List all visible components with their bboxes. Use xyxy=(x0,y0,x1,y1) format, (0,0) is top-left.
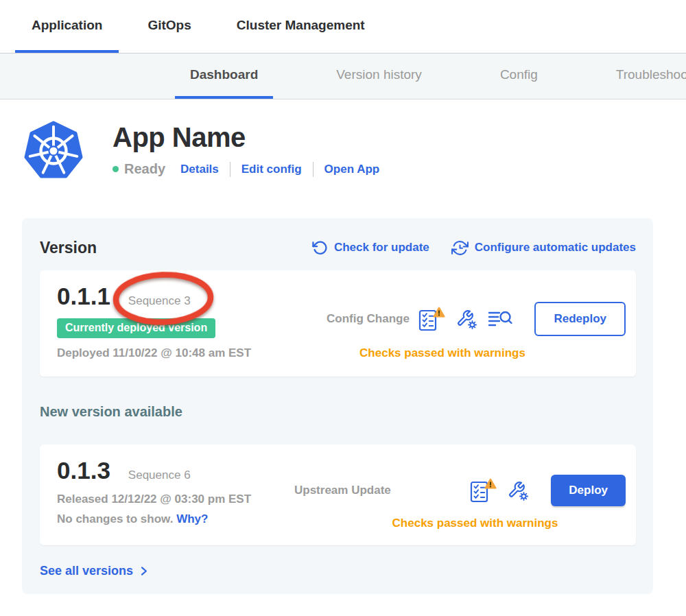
tab-troubleshoot[interactable]: Troubleshoot xyxy=(601,54,686,99)
version-check-icons xyxy=(469,478,530,504)
status-dot-icon xyxy=(113,166,119,172)
configure-automatic-updates-label: Configure automatic updates xyxy=(475,241,636,254)
tab-troubleshoot-label: Troubleshoot xyxy=(616,67,686,82)
version-source-label: Upstream Update xyxy=(294,484,391,497)
primary-nav: Application GitOps Cluster Management xyxy=(0,0,686,53)
deployed-timestamp: Deployed 11/10/22 @ 10:48 am EST xyxy=(57,346,287,360)
tab-cluster-management-label: Cluster Management xyxy=(237,18,365,33)
configure-automatic-updates-link[interactable]: Configure automatic updates xyxy=(451,239,636,257)
current-version-actions: Config Change xyxy=(287,302,626,364)
version-source-label: Config Change xyxy=(327,312,410,326)
status-row: Ready Details Edit config Open App xyxy=(113,161,379,177)
tab-gitops-label: GitOps xyxy=(147,18,191,33)
page-title: App Name xyxy=(113,122,379,153)
version-heading: Version xyxy=(40,239,97,257)
version-check-icons xyxy=(418,307,514,332)
deploy-button[interactable]: Deploy xyxy=(551,475,626,506)
available-version-actions: Upstream Update xyxy=(276,475,626,533)
status-badge: Ready xyxy=(124,161,165,177)
current-version-number: 0.1.1 xyxy=(57,283,110,310)
auto-update-clock-icon xyxy=(451,239,469,257)
why-link[interactable]: Why? xyxy=(176,512,208,525)
tab-dashboard[interactable]: Dashboard xyxy=(175,54,273,99)
secondary-nav: Dashboard Version history Config Trouble… xyxy=(0,53,686,99)
new-version-available-heading: New version available xyxy=(40,404,636,420)
currently-deployed-badge: Currently deployed version xyxy=(57,318,215,338)
see-all-versions-link[interactable]: See all versions xyxy=(40,564,150,578)
no-changes-note: No changes to show. Why? xyxy=(57,512,276,526)
checklist-warning-icon[interactable] xyxy=(418,307,446,332)
divider xyxy=(230,162,230,177)
version-panel: Version Check for update xyxy=(22,218,653,594)
available-version-info: 0.1.3 Sequence 6 Released 12/12/22 @ 03:… xyxy=(57,457,276,533)
available-version-card: 0.1.3 Sequence 6 Released 12/12/22 @ 03:… xyxy=(40,445,636,545)
wrench-gear-icon[interactable] xyxy=(455,309,479,330)
app-header-text: App Name Ready Details Edit config Open … xyxy=(113,121,379,181)
tab-cluster-management[interactable]: Cluster Management xyxy=(220,0,381,53)
chevron-right-icon xyxy=(138,565,150,577)
see-all-versions-label: See all versions xyxy=(40,564,133,578)
check-for-update-link[interactable]: Check for update xyxy=(312,240,429,256)
version-panel-header: Version Check for update xyxy=(40,237,636,258)
app-header: App Name Ready Details Edit config Open … xyxy=(0,121,686,181)
check-for-update-label: Check for update xyxy=(334,241,429,254)
tab-config-label: Config xyxy=(500,67,538,82)
details-link[interactable]: Details xyxy=(180,163,219,176)
checklist-warning-icon[interactable] xyxy=(469,478,497,504)
released-timestamp: Released 12/12/22 @ 03:30 pm EST xyxy=(57,493,276,506)
file-diff-search-icon[interactable] xyxy=(488,309,514,329)
tab-gitops[interactable]: GitOps xyxy=(131,0,207,53)
checks-status-current: Checks passed with warnings xyxy=(287,346,626,360)
tab-config[interactable]: Config xyxy=(485,54,553,99)
version-actions: Check for update Configure automatic upd… xyxy=(312,239,636,257)
refresh-icon xyxy=(312,240,328,256)
current-version-card: 0.1.1 Sequence 3 Currently deployed vers… xyxy=(40,270,636,377)
main-content: App Name Ready Details Edit config Open … xyxy=(0,99,686,594)
edit-config-link[interactable]: Edit config xyxy=(241,163,302,176)
tab-version-history-label: Version history xyxy=(336,67,422,82)
tab-version-history[interactable]: Version history xyxy=(321,54,437,99)
current-version-info: 0.1.1 Sequence 3 Currently deployed vers… xyxy=(57,283,287,364)
tab-application-label: Application xyxy=(32,18,102,33)
tab-application[interactable]: Application xyxy=(15,0,119,53)
available-version-number: 0.1.3 xyxy=(57,457,110,484)
current-version-sequence: Sequence 3 xyxy=(128,294,191,308)
divider xyxy=(313,162,314,177)
redeploy-button[interactable]: Redeploy xyxy=(534,302,626,336)
available-version-sequence: Sequence 6 xyxy=(128,469,191,482)
checks-status-available: Checks passed with warnings xyxy=(276,517,626,530)
wrench-gear-icon[interactable] xyxy=(506,480,530,501)
kubernetes-logo xyxy=(23,121,84,181)
open-app-link[interactable]: Open App xyxy=(324,163,380,176)
tab-dashboard-label: Dashboard xyxy=(190,67,258,82)
